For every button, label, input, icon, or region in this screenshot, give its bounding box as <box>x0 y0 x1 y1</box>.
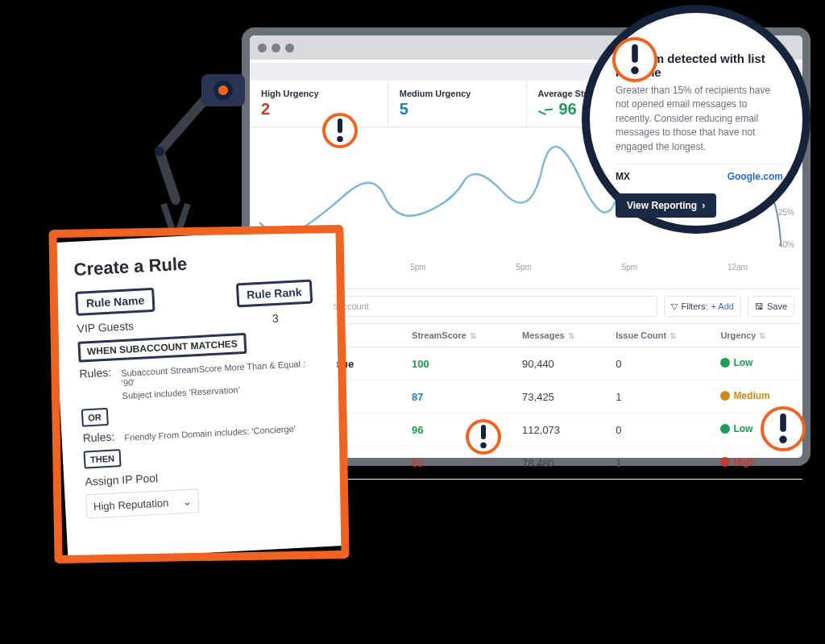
traffic-light-close[interactable] <box>258 44 267 52</box>
view-reporting-button[interactable]: View Reporting› <box>616 193 716 218</box>
sort-icon: ⇅ <box>670 331 676 340</box>
sort-icon: ⇅ <box>568 331 574 340</box>
save-button[interactable]: 🖫 Save <box>748 296 794 317</box>
sort-icon: ⇅ <box>470 331 476 340</box>
svg-point-0 <box>155 147 164 156</box>
traffic-light-min[interactable] <box>272 44 280 52</box>
row-score: 87 <box>412 391 423 403</box>
rule-name-pill: Rule Name <box>75 288 155 316</box>
assign-label: Assign IP Pool <box>85 463 321 488</box>
traffic-light-max[interactable] <box>285 44 294 52</box>
problem-detail-popover: Problem detected with list hygiene Great… <box>582 5 810 234</box>
row-messages: 90,440 <box>514 347 607 380</box>
create-rule-card: Create a Rule Rule Name VIP Guests Rule … <box>52 228 346 560</box>
row-urgency: High <box>720 456 755 467</box>
row-issue-count: 0 <box>607 413 712 447</box>
urgency-icon <box>720 391 730 401</box>
row-messages: 78,480 <box>514 447 607 480</box>
then-clause: THEN <box>83 449 121 468</box>
rule-name-value: VIP Guests <box>77 318 156 335</box>
select-value: High Reputation <box>93 497 169 513</box>
row-issue-count: 0 <box>607 347 712 380</box>
svg-point-3 <box>218 85 228 95</box>
chevron-down-icon: ⌄ <box>183 495 193 508</box>
svg-rect-10 <box>632 44 638 63</box>
urgency-icon <box>720 424 730 434</box>
rule-rank-pill: Rule Rank <box>235 279 313 307</box>
metric-value: 96 <box>559 100 577 118</box>
sort-icon: ⇅ <box>759 331 765 340</box>
row-issue-count: 1 <box>607 380 712 413</box>
popover-body: Greater than 15% of recipients have not … <box>616 84 783 154</box>
popover-row-key: MX <box>616 171 630 182</box>
urgency-icon <box>720 358 730 368</box>
popover-row-value: Google.com <box>728 171 783 182</box>
axis-tick: 40% <box>778 240 794 249</box>
filter-icon: ▽ <box>671 301 678 312</box>
svg-point-11 <box>631 67 639 75</box>
row-score: 96 <box>412 424 423 436</box>
svg-point-7 <box>480 442 487 449</box>
svg-point-5 <box>337 136 343 143</box>
row-score: 100 <box>412 358 429 370</box>
svg-rect-8 <box>780 413 786 432</box>
trend-up-icon <box>538 106 551 114</box>
metric-label: Medium Urgency <box>400 89 515 98</box>
row-messages: 112,073 <box>514 413 607 447</box>
metric-value: 5 <box>400 100 408 118</box>
alert-badge-zoom <box>612 37 657 82</box>
col-urgency[interactable]: Urgency⇅ <box>712 324 802 347</box>
col-issue[interactable]: Issue Count⇅ <box>607 324 712 347</box>
alert-badge-metric <box>322 113 358 148</box>
row-urgency: Low <box>720 423 752 434</box>
popover-row: MX Google.com <box>616 164 783 182</box>
urgency-icon <box>720 457 730 467</box>
row-urgency: Medium <box>720 390 769 401</box>
rules-label: Rules: <box>79 366 113 403</box>
filters-button[interactable]: ▽ Filters: + Add <box>664 296 740 317</box>
col-messages[interactable]: Messages⇅ <box>514 324 607 347</box>
card-title: Create a Rule <box>73 247 311 280</box>
ip-pool-select[interactable]: High Reputation ⌄ <box>85 488 199 518</box>
or-clause: OR <box>81 408 109 427</box>
metric-medium-urgency[interactable]: Medium Urgency 5 <box>388 81 527 127</box>
svg-rect-4 <box>338 118 342 133</box>
row-urgency: Low <box>720 357 752 368</box>
alert-badge-table <box>761 406 806 451</box>
rule-line: Friendly From Domain includes: 'Concierg… <box>124 424 296 442</box>
alert-badge-row <box>466 419 501 455</box>
svg-rect-6 <box>481 425 486 439</box>
row-score: 63 <box>412 457 423 469</box>
col-score[interactable]: StreamScore⇅ <box>404 324 514 347</box>
row-issue-count: 1 <box>607 447 712 480</box>
rule-rank-value: 3 <box>237 310 313 326</box>
chevron-right-icon: › <box>702 200 705 211</box>
save-icon: 🖫 <box>755 301 764 311</box>
svg-point-9 <box>779 436 787 444</box>
row-messages: 73,425 <box>514 380 607 413</box>
rules-label: Rules: <box>82 430 114 445</box>
